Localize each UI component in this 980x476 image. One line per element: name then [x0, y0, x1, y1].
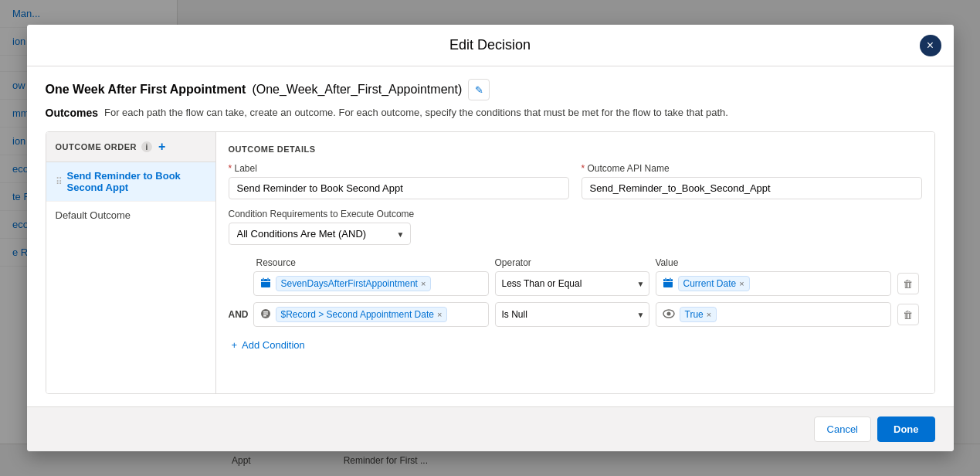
value-token-text-2: True [685, 309, 704, 320]
label-field-label: * Label [229, 163, 569, 174]
operator-select-wrapper-1: Less Than or Equal Equal Greater Than Le… [495, 271, 649, 296]
outcomes-label: Outcomes [46, 107, 98, 119]
outcome-order-label: OUTCOME ORDER [56, 142, 137, 151]
resource-token-1: SevenDaysAfterFirstAppointment × [276, 276, 432, 291]
sidebar-item-send-reminder[interactable]: ⠿ Send Reminder to Book Second Appt [46, 162, 215, 202]
resource-token-input-2[interactable]: $Record > Second Appointment Date × [253, 302, 489, 327]
close-icon: × [927, 39, 934, 53]
value-token-input-2[interactable]: True × [656, 302, 891, 327]
resource-token-input-1[interactable]: SevenDaysAfterFirstAppointment × [253, 271, 489, 296]
condition-row-2: AND $Record > Second Appointment Date [229, 302, 922, 327]
modal-header: Edit Decision × [27, 25, 954, 66]
plus-icon: + [232, 339, 238, 351]
value-token-remove-2[interactable]: × [707, 311, 711, 319]
delete-condition-2-button[interactable]: 🗑 [897, 304, 919, 325]
resource-token-2: $Record > Second Appointment Date × [276, 307, 448, 322]
label-input[interactable] [229, 177, 569, 199]
label-field-group: * Label [229, 163, 569, 199]
required-marker: * [229, 163, 232, 174]
calendar-icon-value-1 [663, 277, 673, 291]
sidebar-header: OUTCOME ORDER i + [46, 132, 215, 162]
condition-row-1: SevenDaysAfterFirstAppointment × Less Th… [229, 271, 922, 296]
condition-req-label: Condition Requirements to Execute Outcom… [229, 209, 922, 219]
trash-icon-2: 🗑 [903, 309, 913, 321]
edit-decision-name-button[interactable]: ✎ [468, 79, 490, 100]
edit-decision-modal: Edit Decision × One Week After First App… [27, 25, 954, 451]
add-condition-label: Add Condition [242, 339, 305, 351]
modal-body: One Week After First Appointment (One_We… [27, 66, 954, 406]
sidebar-item-label: Send Reminder to Book Second Appt [67, 170, 206, 193]
outcome-details-label: OUTCOME DETAILS [229, 144, 922, 154]
operator-column-header: Operator [495, 257, 649, 268]
resource-token-text-1: SevenDaysAfterFirstAppointment [281, 278, 418, 289]
modal-title: Edit Decision [449, 37, 531, 53]
action-column-spacer [894, 257, 919, 268]
operator-select-2[interactable]: Is Null Equal Not Equal [495, 302, 649, 327]
svg-rect-4 [663, 279, 673, 287]
header-spacer [232, 257, 250, 268]
svg-rect-3 [267, 277, 269, 280]
operator-select-1[interactable]: Less Than or Equal Equal Greater Than Le… [495, 271, 649, 296]
outcome-sidebar: OUTCOME ORDER i + ⠿ Send Reminder to Boo… [46, 132, 216, 393]
content-layout: OUTCOME ORDER i + ⠿ Send Reminder to Boo… [46, 131, 935, 394]
required-marker-api: * [582, 163, 585, 174]
delete-condition-1-button[interactable]: 🗑 [897, 273, 919, 294]
info-icon: i [141, 141, 152, 152]
decision-api-name: (One_Week_After_First_Appointment) [252, 83, 462, 97]
api-name-input[interactable] [582, 177, 922, 199]
svg-rect-7 [670, 277, 671, 280]
resource-token-remove-2[interactable]: × [437, 311, 442, 319]
resource-token-remove-1[interactable]: × [421, 280, 426, 288]
sidebar-item-default-outcome: Default Outcome [46, 202, 215, 229]
condition-prefix-2: AND [229, 309, 247, 320]
svg-rect-6 [665, 277, 666, 280]
calendar-icon-1 [260, 277, 271, 291]
label-api-row: * Label * Outcome API Name [229, 163, 922, 199]
value-column-header: Value [656, 257, 888, 268]
outcomes-row: Outcomes For each path the flow can take… [46, 107, 935, 119]
condition-requirements-row: Condition Requirements to Execute Outcom… [229, 209, 922, 245]
svg-rect-1 [261, 281, 270, 282]
drag-handle-icon: ⠿ [56, 176, 63, 187]
outcomes-description: For each path the flow can take, create … [104, 107, 728, 118]
svg-rect-9 [263, 311, 268, 313]
value-token-input-1[interactable]: Current Date × [656, 271, 891, 296]
add-condition-button[interactable]: + Add Condition [229, 333, 308, 357]
svg-rect-0 [261, 279, 270, 287]
svg-rect-5 [663, 281, 673, 282]
value-token-remove-1[interactable]: × [739, 280, 744, 288]
svg-point-13 [666, 311, 670, 315]
decision-title-row: One Week After First Appointment (One_We… [46, 79, 935, 100]
record-icon-2 [260, 308, 271, 321]
eye-icon-value-2 [663, 309, 675, 321]
condition-requirements-select-wrapper: All Conditions Are Met (AND) Any Conditi… [229, 223, 411, 245]
value-token-1: Current Date × [678, 276, 750, 291]
outcome-details-panel: OUTCOME DETAILS * Label * Outcome API Na [216, 132, 934, 393]
done-button[interactable]: Done [877, 416, 935, 442]
condition-requirements-select[interactable]: All Conditions Are Met (AND) Any Conditi… [229, 223, 411, 245]
api-name-field-label: * Outcome API Name [582, 163, 922, 174]
conditions-header: Resource Operator Value [229, 257, 922, 268]
svg-rect-11 [263, 315, 266, 317]
api-name-field-group: * Outcome API Name [582, 163, 922, 199]
decision-name: One Week After First Appointment [46, 83, 246, 97]
resource-column-header: Resource [256, 257, 489, 268]
trash-icon-1: 🗑 [903, 278, 913, 290]
value-token-2: True × [680, 307, 717, 322]
modal-close-button[interactable]: × [920, 35, 941, 56]
operator-select-wrapper-2: Is Null Equal Not Equal ▼ [495, 302, 649, 327]
value-token-text-1: Current Date [683, 278, 737, 289]
svg-rect-2 [263, 277, 264, 280]
add-outcome-button[interactable]: + [157, 140, 167, 154]
modal-footer: Cancel Done [27, 406, 954, 451]
edit-pencil-icon: ✎ [475, 84, 483, 96]
svg-rect-10 [263, 313, 268, 314]
cancel-button[interactable]: Cancel [814, 416, 871, 442]
resource-token-text-2: $Record > Second Appointment Date [281, 309, 434, 320]
